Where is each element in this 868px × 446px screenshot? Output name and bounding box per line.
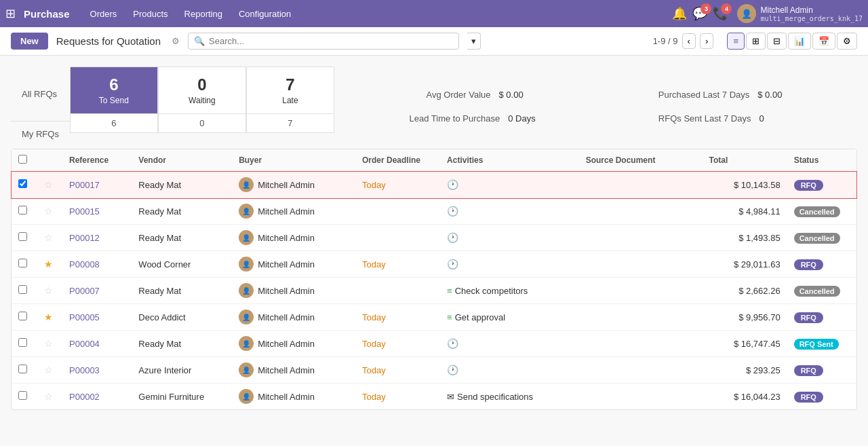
star-icon[interactable]: ☆ [44, 179, 53, 190]
row-checkbox[interactable] [18, 179, 27, 188]
row-status-cell: Cancelled [787, 278, 856, 304]
new-button[interactable]: New [11, 33, 48, 50]
table-row[interactable]: ☆P00002Gemini Furniture👤Mitchell AdminTo… [12, 384, 856, 410]
clock-icon: 🕐 [447, 338, 458, 349]
header-buyer[interactable]: Buyer [232, 149, 355, 172]
header-source[interactable]: Source Document [579, 149, 703, 172]
table-row[interactable]: ☆P00004Ready Mat👤Mitchell AdminToday🕐$ 1… [12, 331, 856, 357]
search-dropdown-btn[interactable]: ▾ [467, 33, 481, 50]
user-info[interactable]: 👤 Mitchell Admin multi_merge_orders_knk_… [737, 4, 863, 23]
row-buyer-cell: 👤Mitchell Admin [232, 331, 355, 357]
header-activities[interactable]: Activities [440, 149, 579, 172]
nav-orders[interactable]: Orders [83, 6, 124, 22]
row-checkbox[interactable] [18, 338, 27, 347]
row-checkbox[interactable] [18, 391, 27, 400]
nav-reporting[interactable]: Reporting [178, 6, 229, 22]
row-checkbox[interactable] [18, 259, 27, 267]
star-icon[interactable]: ☆ [44, 232, 53, 243]
row-checkbox-cell [12, 198, 37, 225]
row-vendor-cell: Azure Interior [132, 357, 232, 384]
select-all-checkbox[interactable] [18, 155, 27, 164]
row-reference-cell: P00002 [62, 384, 132, 410]
row-status-cell: RFQ [787, 304, 856, 331]
clock-icon: 🕐 [447, 365, 458, 375]
clock-icon: 🕐 [447, 259, 458, 270]
app-name[interactable]: Purchase [24, 8, 70, 20]
chat-icon[interactable]: 💬 3 [692, 6, 707, 21]
star-icon[interactable]: ☆ [44, 391, 53, 402]
row-reference-link[interactable]: P00003 [69, 365, 100, 375]
next-page-button[interactable]: › [700, 33, 713, 49]
row-reference-link[interactable]: P00015 [69, 206, 100, 217]
nav-products[interactable]: Products [126, 6, 174, 22]
row-reference-link[interactable]: P00017 [69, 180, 100, 190]
grid-view-button[interactable]: ⊟ [767, 33, 787, 50]
star-icon[interactable]: ☆ [44, 338, 53, 349]
phone-icon[interactable]: 📞 4 [713, 6, 728, 21]
row-deadline-cell: Today [355, 357, 440, 384]
avatar: 👤 [239, 177, 254, 192]
row-source-cell [579, 331, 703, 357]
purchased-label: Purchased Last 7 Days [658, 90, 749, 100]
row-checkbox[interactable] [18, 206, 27, 215]
row-star-cell: ☆ [37, 225, 63, 251]
kanban-view-button[interactable]: ⊞ [746, 33, 766, 50]
stat-card-late[interactable]: 7 Late [246, 67, 334, 114]
row-checkbox[interactable] [18, 312, 27, 320]
row-checkbox[interactable] [18, 285, 27, 294]
table-row[interactable]: ☆P00007Ready Mat👤Mitchell Admin≡Check co… [12, 278, 856, 304]
settings-view-button[interactable]: ⚙ [837, 33, 857, 50]
row-vendor-cell: Deco Addict [132, 304, 232, 331]
row-total-cell: $ 10,143.58 [703, 172, 787, 198]
waiting-num: 0 [180, 75, 224, 94]
search-input[interactable] [209, 36, 453, 46]
notification-icon[interactable]: 🔔 [672, 6, 687, 21]
star-icon[interactable]: ☆ [44, 285, 53, 296]
chart-view-button[interactable]: 📊 [788, 33, 811, 50]
row-reference-link[interactable]: P00002 [69, 392, 100, 402]
row-buyer-cell: 👤Mitchell Admin [232, 172, 355, 198]
row-source-cell [579, 225, 703, 251]
star-icon[interactable]: ★ [44, 259, 53, 270]
right-stats: Avg Order Value $ 0.00 Lead Time to Purc… [334, 67, 857, 146]
row-reference-link[interactable]: P00004 [69, 339, 100, 349]
calendar-view-button[interactable]: 📅 [812, 33, 835, 50]
row-total-cell: $ 293.25 [703, 357, 787, 384]
gear-icon[interactable]: ⚙ [172, 36, 180, 46]
row-checkbox[interactable] [18, 365, 27, 373]
row-activities-cell: 🕐 [440, 172, 579, 198]
table-row[interactable]: ★P00005Deco Addict👤Mitchell AdminToday≡G… [12, 304, 856, 331]
table-row[interactable]: ☆P00012Ready Mat👤Mitchell Admin🕐$ 1,493.… [12, 225, 856, 251]
header-deadline[interactable]: Order Deadline [355, 149, 440, 172]
row-reference-link[interactable]: P00012 [69, 233, 100, 243]
row-deadline-cell [355, 225, 440, 251]
header-reference[interactable]: Reference [62, 149, 132, 172]
header-status[interactable]: Status [787, 149, 856, 172]
table-row[interactable]: ☆P00003Azure Interior👤Mitchell AdminToda… [12, 357, 856, 384]
row-reference-link[interactable]: P00008 [69, 259, 100, 270]
row-source-cell [579, 278, 703, 304]
row-reference-link[interactable]: P00007 [69, 286, 100, 296]
star-icon[interactable]: ☆ [44, 365, 53, 375]
star-icon[interactable]: ☆ [44, 206, 53, 217]
app-grid-icon[interactable]: ⊞ [5, 6, 16, 21]
prev-page-button[interactable]: ‹ [682, 33, 696, 49]
view-icons: ≡ ⊞ ⊟ 📊 📅 ⚙ [727, 33, 857, 50]
header-total[interactable]: Total [703, 149, 787, 172]
row-reference-link[interactable]: P00005 [69, 312, 100, 322]
row-star-cell: ☆ [37, 172, 63, 198]
star-icon[interactable]: ★ [44, 312, 53, 322]
row-source-cell [579, 198, 703, 225]
stat-card-waiting[interactable]: 0 Waiting [158, 67, 246, 114]
nav-configuration[interactable]: Configuration [232, 6, 298, 22]
avg-order-label: Avg Order Value [409, 90, 490, 100]
table-row[interactable]: ☆P00017Ready Mat👤Mitchell AdminToday🕐$ 1… [12, 172, 856, 198]
row-reference-cell: P00012 [62, 225, 132, 251]
table-row[interactable]: ★P00008Wood Corner👤Mitchell AdminToday🕐$… [12, 251, 856, 278]
row-checkbox[interactable] [18, 232, 27, 241]
list-view-button[interactable]: ≡ [727, 33, 745, 50]
row-reference-cell: P00004 [62, 331, 132, 357]
header-vendor[interactable]: Vendor [132, 149, 232, 172]
table-row[interactable]: ☆P00015Ready Mat👤Mitchell Admin🕐$ 4,984.… [12, 198, 856, 225]
stat-card-to-send[interactable]: 6 To Send [70, 67, 158, 114]
